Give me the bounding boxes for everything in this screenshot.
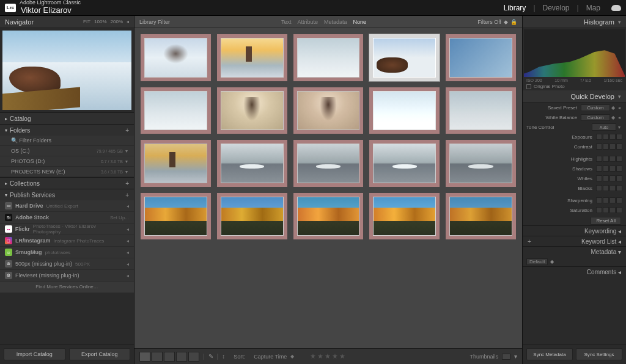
grid-cell[interactable]: [369, 193, 440, 240]
expand-icon[interactable]: ◂: [616, 115, 622, 120]
zoom-100[interactable]: 100%: [94, 19, 106, 24]
add-publish-icon[interactable]: +: [125, 192, 129, 198]
blacks-steppers[interactable]: [596, 185, 622, 191]
module-develop[interactable]: Develop: [543, 4, 570, 12]
grid-cell[interactable]: [217, 193, 287, 240]
grid-view-icon[interactable]: [139, 352, 150, 362]
zoom-chevron-icon[interactable]: ◂: [127, 19, 129, 24]
publish-flevieset[interactable]: ⊘ Flevieset (missing plug-in) ◂: [0, 270, 134, 282]
metadata-preset-select[interactable]: Default: [526, 258, 548, 265]
whites-steppers[interactable]: [596, 175, 622, 181]
filter-none[interactable]: None: [353, 19, 367, 25]
grid-cell[interactable]: [446, 87, 516, 134]
grid-cell[interactable]: [446, 193, 516, 240]
chevron-down-icon[interactable]: ▾: [618, 93, 621, 100]
find-more-services[interactable]: Find More Services Online…: [0, 282, 134, 293]
metadata-section[interactable]: Metadata ▾: [523, 246, 626, 257]
sharpening-steppers[interactable]: [596, 197, 622, 203]
keywordlist-section[interactable]: + Keyword List ◂: [523, 236, 626, 246]
chevron-down-icon[interactable]: ▾: [125, 169, 128, 175]
sync-settings-button[interactable]: Sync Settings: [576, 348, 622, 360]
grid-cell-selected[interactable]: [369, 34, 440, 81]
chevron-icon[interactable]: ◆: [610, 115, 616, 120]
toolbar-chevron-icon[interactable]: ▾: [514, 353, 517, 360]
add-keyword-icon[interactable]: +: [528, 238, 531, 245]
zoom-fit[interactable]: FIT: [83, 19, 90, 24]
publish-smugmug[interactable]: ☺ SmugMug phototraces ◂: [0, 247, 134, 258]
chevron-down-icon[interactable]: ▾: [125, 148, 128, 154]
exposure-steppers[interactable]: [596, 134, 622, 140]
module-map[interactable]: Map: [586, 4, 600, 12]
histogram-display[interactable]: [524, 29, 625, 77]
auto-tone-button[interactable]: Auto: [592, 123, 616, 131]
filter-attribute[interactable]: Attribute: [298, 19, 319, 25]
export-catalog-button[interactable]: Export Catalog: [69, 348, 131, 360]
white-balance-select[interactable]: Custom: [581, 114, 610, 121]
grid-cell[interactable]: [369, 140, 440, 187]
shadows-steppers[interactable]: [596, 166, 622, 172]
filters-off[interactable]: Filters Off: [477, 19, 501, 25]
chevron-icon[interactable]: ◆: [550, 259, 554, 264]
grid-cell[interactable]: [141, 140, 211, 187]
sync-metadata-button[interactable]: Sync Metadata: [526, 348, 573, 360]
grid-cell[interactable]: [446, 140, 516, 187]
cloud-sync-icon[interactable]: [611, 5, 621, 11]
folders-section[interactable]: Folders +: [0, 125, 134, 136]
sort-value[interactable]: Capture Time: [254, 354, 287, 360]
filter-folders-input[interactable]: 🔍 Filter Folders: [0, 136, 134, 146]
people-view-icon[interactable]: [188, 352, 199, 362]
chevron-down-icon[interactable]: ▾: [125, 159, 128, 164]
quickdevelop-header[interactable]: Quick Develop ▾: [523, 90, 626, 103]
filter-lock-icon[interactable]: 🔒: [510, 19, 517, 25]
add-collection-icon[interactable]: +: [125, 180, 129, 187]
drive-c[interactable]: OS (C:) 79.9 / 465 GB ▾: [0, 146, 134, 156]
catalog-section[interactable]: Catalog: [0, 113, 134, 124]
highlights-steppers[interactable]: [596, 156, 622, 162]
grid-cell[interactable]: [293, 140, 364, 187]
publish-instagram[interactable]: ◻ LR/Instagram Instagram PhotoTraces ◂: [0, 235, 134, 247]
histogram-header[interactable]: Histogram ▾: [523, 16, 626, 28]
collapse-icon[interactable]: ▾: [616, 125, 622, 130]
import-catalog-button[interactable]: Import Catalog: [4, 348, 65, 360]
collections-section[interactable]: Collections +: [0, 178, 134, 189]
thumbnail-size-slider[interactable]: [502, 354, 510, 360]
module-library[interactable]: Library: [504, 4, 526, 12]
saturation-steppers[interactable]: [596, 207, 622, 213]
contrast-steppers[interactable]: [596, 144, 622, 150]
publish-section[interactable]: Publish Services +: [0, 189, 134, 200]
filter-preset-chevron-icon[interactable]: ◆: [504, 19, 508, 25]
zoom-200[interactable]: 200%: [111, 19, 123, 24]
publish-flickr[interactable]: •• Flickr PhotoTraces - Viktor Elizarov …: [0, 224, 134, 235]
rating-stars[interactable]: ★★★★★: [310, 352, 347, 360]
grid-cell[interactable]: [446, 34, 516, 81]
sort-direction-icon[interactable]: ↕: [222, 353, 225, 360]
publish-adobestock[interactable]: St Adobe Stock Set Up...: [0, 212, 134, 224]
filter-metadata[interactable]: Metadata: [324, 19, 347, 25]
expand-icon[interactable]: ◂: [616, 105, 622, 111]
navigator-preview[interactable]: [2, 31, 131, 110]
grid-cell[interactable]: [141, 34, 211, 81]
grid-cell[interactable]: [369, 87, 440, 134]
painter-icon[interactable]: ✎: [208, 353, 213, 360]
grid-cell[interactable]: [293, 193, 364, 240]
sort-chevron-icon[interactable]: ◆: [290, 354, 294, 359]
publish-harddrive[interactable]: ▭ Hard Drive Untitled Export ◂: [0, 200, 134, 212]
grid-cell[interactable]: [141, 193, 211, 240]
comments-section[interactable]: Comments ◂: [523, 266, 626, 277]
add-folder-icon[interactable]: +: [125, 127, 129, 134]
grid-cell[interactable]: [293, 34, 364, 81]
grid-cell[interactable]: [293, 87, 364, 134]
grid-cell[interactable]: [217, 34, 287, 81]
drive-d[interactable]: PHOTOS (D:) 0.7 / 3.6 TB ▾: [0, 156, 134, 167]
compare-view-icon[interactable]: [164, 352, 175, 362]
grid-cell[interactable]: [141, 87, 211, 134]
reset-all-button[interactable]: Reset All: [591, 217, 621, 225]
filter-text[interactable]: Text: [281, 19, 292, 25]
saved-preset-select[interactable]: Custom: [581, 104, 610, 111]
navigator-header[interactable]: Navigator FIT 100% 200% ◂: [0, 16, 134, 28]
survey-view-icon[interactable]: [176, 352, 187, 362]
grid-cell[interactable]: [217, 140, 287, 187]
thumbnail-grid[interactable]: [134, 28, 522, 348]
drive-e[interactable]: PROJECTS NEW (E:) 3.6 / 3.6 TB ▾: [0, 167, 134, 177]
original-photo-checkbox[interactable]: Original Photo: [523, 82, 626, 90]
